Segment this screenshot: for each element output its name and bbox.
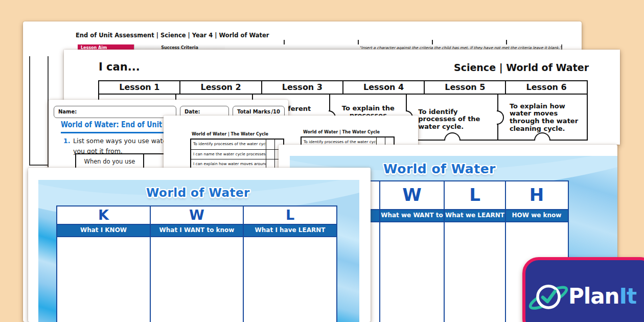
tick-box <box>266 140 274 149</box>
lesson-aim-cell: To explain how water moves through the w… <box>497 94 588 141</box>
column-label: What I have LEARNT <box>244 224 336 237</box>
planit-word-plan: Plan <box>568 284 619 309</box>
checklist-header: World of Water | The Water Cycle <box>192 132 268 136</box>
lesson-header: Lesson 4 <box>342 80 425 95</box>
kwl-column: W What I WANT to know <box>150 205 244 322</box>
tick-box <box>266 150 274 159</box>
column-body <box>380 222 444 322</box>
criterion-text: To identify processes of the water cycle… <box>191 140 266 149</box>
kwl-table: K What I KNOW W What I WANT to know L Wh… <box>56 205 337 322</box>
grid-line <box>358 40 359 44</box>
column-body <box>57 237 150 322</box>
planit-wordmark: PlanIt <box>568 284 636 309</box>
jigsaw-notch <box>497 110 504 125</box>
lesson-header: Lesson 1 <box>98 80 181 95</box>
column-letter: L <box>445 181 505 209</box>
lesson-aim-text: To identify processes of the water cycle… <box>418 108 480 131</box>
column-label: What I KNOW <box>57 224 150 237</box>
column-label: What we LEARNT <box>445 209 505 222</box>
grid-line <box>432 40 433 44</box>
lesson-header-row: Lesson 1 Lesson 2 Lesson 3 Lesson 4 Less… <box>98 80 588 95</box>
checklist-row: I can name the water cycle processes. <box>191 150 283 160</box>
column-letter: K <box>57 206 150 224</box>
assessment-title: End of Unit Assessment | Science | Year … <box>76 32 269 39</box>
lesson-aim-text: To explain how water moves through the w… <box>510 102 578 132</box>
grid-line <box>284 40 285 44</box>
name-field: Name: <box>54 106 176 118</box>
jigsaw-bump <box>534 132 550 141</box>
checklist-table: To identify processes of the water cycle… <box>190 139 284 169</box>
question-number: 1. <box>63 137 70 145</box>
checklist-row: To identify processes of the water cycle… <box>191 140 283 150</box>
column-label: HOW we know <box>506 209 568 222</box>
lesson-header: Lesson 3 <box>261 80 344 95</box>
grid-line <box>506 40 507 44</box>
column-letter: W <box>380 181 444 209</box>
planit-logo-icon <box>532 279 565 313</box>
column-body <box>445 222 505 322</box>
grid-line <box>29 56 30 165</box>
kwl-grid-sheet: World of Water K What I KNOW W What I WA… <box>28 168 371 322</box>
grid-line <box>29 165 49 166</box>
lesson-header: Lesson 5 <box>424 80 507 95</box>
criterion-text: I can name the water cycle processes. <box>191 150 266 159</box>
jigsaw-bump <box>444 132 461 141</box>
test-heading: World of Water: End of Unit T <box>61 120 169 129</box>
lesson-header: Lesson 6 <box>505 80 588 95</box>
resource-preview: End of Unit Assessment | Science | Year … <box>0 0 644 322</box>
planit-logo-card: PlanIt <box>522 257 644 322</box>
lesson-header: Lesson 2 <box>179 80 262 95</box>
kwl-column: K What I KNOW <box>56 205 151 322</box>
column-letter: W <box>151 206 243 224</box>
kwlh-column: L What we LEARNT <box>444 180 506 322</box>
column-label: What we WANT to know <box>380 209 444 222</box>
column-letter: H <box>506 181 568 209</box>
lesson-aim-cell: To identify processes of the water cycle… <box>406 94 498 141</box>
checklist-header: World of Water | The Water Cycle <box>303 130 380 134</box>
column-label: What I WANT to know <box>151 224 243 237</box>
column-letter: L <box>244 206 336 224</box>
kwl-title: World of Water <box>56 186 340 199</box>
i-can-heading: I can... <box>99 61 140 73</box>
column-body <box>151 237 243 322</box>
column-body <box>244 237 336 322</box>
planit-word-it: It <box>619 284 636 309</box>
kwl-column: L What I have LEARNT <box>243 205 337 322</box>
subject-heading: Science | World of Water <box>454 62 589 73</box>
kwlh-column: W What we WANT to know <box>379 180 445 322</box>
